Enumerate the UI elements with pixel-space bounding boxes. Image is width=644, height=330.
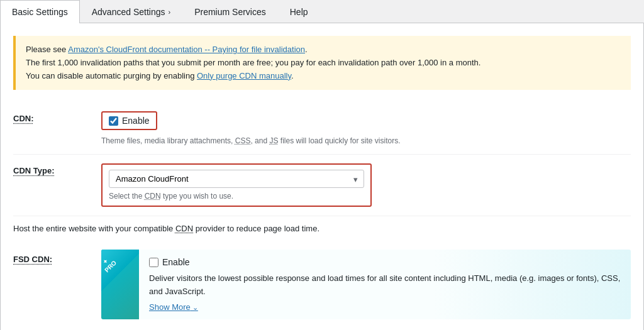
fsd-cdn-description: Deliver visitors the lowest possible res… [149,272,621,299]
show-more-label: Show More [149,302,191,312]
chevron-right-icon: › [168,8,170,16]
cdn-label: CDN: [13,111,101,123]
cdn-type-select-container: Amazon CloudFront Generic Mirror MaxCDN … [109,170,364,188]
cloudfront-notice: Please see Amazon's CloudFront documenta… [13,36,631,90]
pro-badge: ✦ PRO [101,250,139,292]
tab-help[interactable]: Help [278,0,320,23]
fsd-cdn-enable-checkbox[interactable] [149,258,158,267]
pro-badge-text: ✦ PRO [101,255,118,274]
tabs-bar: Basic Settings Advanced Settings › Premi… [0,0,644,23]
cdn-enable-box: Enable [101,111,157,130]
cdn-type-select[interactable]: Amazon CloudFront Generic Mirror MaxCDN … [109,170,364,188]
chevron-down-icon: ⌄ [191,304,198,311]
show-more-link[interactable]: Show More ⌄ [149,302,198,312]
tab-help-label: Help [290,7,308,17]
cloudfront-docs-link[interactable]: Amazon's CloudFront documentation -- Pay… [68,45,305,54]
tab-advanced-label: Advanced Settings [92,7,165,17]
cdn-enable-checkbox[interactable] [109,116,118,126]
tab-basic-settings[interactable]: Basic Settings [0,0,80,23]
cdn-help-text: Theme files, media library attachments, … [101,136,631,145]
fsd-cdn-label: FSD CDN: [13,250,101,264]
cdn-setting-row: CDN: Enable Theme files, media library a… [13,102,631,155]
purge-cdn-link[interactable]: Only purge CDN manually [197,71,291,80]
tab-premium-services[interactable]: Premium Services [182,0,278,23]
host-notice: Host the entire website with your compat… [13,216,631,241]
cdn-type-help: Select the CDN type you wish to use. [109,192,364,201]
notice-line2: You can disable automatic purging by ena… [26,70,621,83]
cdn-type-setting-row: CDN Type: Amazon CloudFront Generic Mirr… [13,155,631,216]
cdn-type-control: Amazon CloudFront Generic Mirror MaxCDN … [101,163,631,207]
fsd-cdn-enable-label[interactable]: Enable [162,257,190,267]
cdn-enable-label[interactable]: Enable [122,116,150,126]
cdn-abbr-type: CDN [145,192,161,201]
pro-badge-wrapper: ✦ PRO [101,250,139,319]
cdn-type-wrapper: Amazon CloudFront Generic Mirror MaxCDN … [101,163,372,207]
tab-basic-label: Basic Settings [12,7,68,17]
notice-line1: The first 1,000 invalidation paths that … [26,57,621,70]
css-abbr: CSS [235,136,251,145]
tab-premium-label: Premium Services [194,7,266,17]
tab-advanced-settings[interactable]: Advanced Settings › [80,0,182,23]
cdn-type-label: CDN Type: [13,163,101,175]
fsd-cdn-enable-row: Enable [149,257,621,267]
cdn-control: Enable Theme files, media library attach… [101,111,631,145]
settings-content: Please see Amazon's CloudFront documenta… [0,23,644,330]
fsd-cdn-section: FSD CDN: ✦ PRO Enable Deliver visitors t… [13,241,631,328]
fsd-cdn-body: Enable Deliver visitors the lowest possi… [139,250,631,319]
fsd-cdn-content: ✦ PRO Enable Deliver visitors the lowest… [101,250,631,319]
cdn-abbr-host: CDN [175,224,193,233]
js-abbr: JS [269,136,278,145]
